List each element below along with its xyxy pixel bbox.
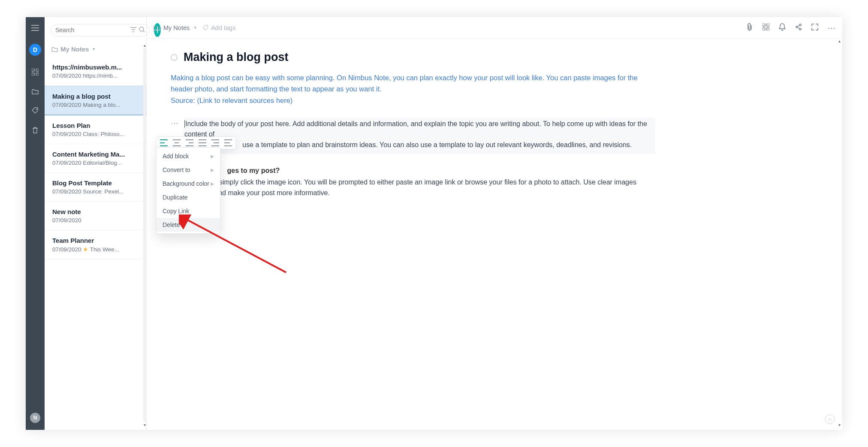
content-scrollbar[interactable]: ▴ ▾ [837, 39, 841, 427]
body-block: ⋯ Include the body of your post here. Ad… [171, 118, 818, 154]
svg-rect-2 [32, 73, 34, 76]
chevron-down-icon: ▼ [193, 25, 197, 30]
apps-icon[interactable] [32, 69, 39, 76]
top-actions: ⋯ [746, 23, 835, 33]
note-title: Blog Post Template [52, 179, 139, 187]
scroll-up-icon[interactable]: ▴ [838, 39, 841, 43]
text-cursor [184, 120, 185, 128]
star-icon: ★ [83, 246, 88, 253]
menu-label: Add block [163, 153, 189, 160]
grid-icon[interactable] [763, 24, 769, 32]
align-right-button[interactable] [186, 139, 193, 146]
menu-convert-to[interactable]: Convert to ▶ [157, 163, 220, 177]
svg-rect-3 [36, 73, 39, 76]
content-area: My Notes ▼ Add tags [147, 17, 842, 430]
svg-rect-7 [763, 24, 765, 26]
tag-icon[interactable] [32, 107, 39, 114]
emoji-picker-icon[interactable]: ☺ [825, 414, 835, 424]
menu-label: Background color [163, 180, 209, 187]
note-title: Lesson Plan [52, 122, 139, 129]
indent-button[interactable] [211, 139, 219, 146]
note-subtitle: 07/09/2020 Class: Philoso... [52, 131, 139, 137]
note-title: Team Planner [52, 237, 139, 244]
scroll-down-icon[interactable]: ▾ [144, 423, 146, 427]
avatar-letter: D [33, 46, 37, 53]
chevron-down-icon: ▼ [92, 47, 96, 51]
note-item[interactable]: Blog Post Template 07/09/2020 Source: Pe… [45, 173, 146, 202]
note-item[interactable]: Team Planner 07/09/2020 ★ This Wee... [45, 230, 146, 260]
svg-point-4 [36, 109, 37, 110]
breadcrumb[interactable]: My Notes ▼ [154, 24, 197, 31]
svg-rect-1 [36, 69, 39, 71]
outdent-button[interactable] [224, 139, 232, 146]
menu-label: Delete [163, 221, 180, 228]
svg-rect-0 [32, 69, 34, 71]
note-subtitle: 07/09/2020 Making a blo... [52, 102, 139, 108]
align-center-button[interactable] [173, 139, 181, 146]
menu-add-block[interactable]: Add block ▶ [157, 149, 220, 163]
block-handle-icon[interactable]: ⋯ [171, 118, 179, 128]
source-line: Source: (Link to relevant sources here) [171, 95, 647, 106]
trash-icon[interactable] [32, 127, 38, 134]
align-justify-button[interactable] [199, 139, 206, 146]
note-item[interactable]: Making a blog post 07/09/2020 Making a b… [45, 86, 146, 115]
menu-label: Copy Link [163, 208, 189, 214]
search-box[interactable] [51, 24, 150, 36]
expand-icon[interactable] [811, 24, 818, 32]
menu-label: Duplicate [163, 194, 187, 201]
answer-paragraph[interactable]: To add images, simply click the image ic… [171, 177, 642, 199]
attachment-icon[interactable] [746, 23, 753, 33]
svg-rect-8 [767, 24, 769, 26]
bottom-avatar-letter: N [33, 415, 37, 421]
block-context-menu: Add block ▶ Convert to ▶ Background colo… [156, 147, 220, 234]
menu-background-color[interactable]: Background color ▶ [157, 177, 220, 190]
folder-label: My Notes [60, 45, 89, 53]
search-input[interactable] [55, 27, 130, 33]
note-item[interactable]: Content Marketing Ma... 07/09/2020 Edito… [45, 144, 146, 173]
note-subtitle: 07/09/2020 Source: Pexel... [52, 188, 139, 195]
folder-icon[interactable] [32, 88, 39, 94]
menu-copy-link[interactable]: Copy Link [157, 204, 220, 218]
bell-icon[interactable] [779, 23, 786, 33]
editor-topbar: My Notes ▼ Add tags [147, 17, 842, 39]
scroll-down-icon[interactable]: ▾ [838, 423, 841, 427]
note-item[interactable]: New note 07/09/2020 [45, 202, 146, 230]
page-title[interactable]: Making a blog post [184, 51, 289, 64]
question-heading[interactable]: How do I add images to my post? [171, 167, 818, 175]
filter-icon[interactable] [130, 27, 136, 33]
scroll-up-icon[interactable]: ▴ [144, 43, 146, 48]
svg-rect-9 [763, 28, 765, 30]
note-subtitle: 07/09/2020 ★ This Wee... [52, 246, 139, 253]
sidebar: My Notes ▼ https://nimbusweb.m... 07/09/… [45, 17, 147, 430]
sidebar-scrollbar[interactable]: ▴ ▾ [143, 43, 146, 427]
align-left-button[interactable] [160, 139, 168, 146]
note-item[interactable]: Lesson Plan 07/09/2020 Class: Philoso... [45, 115, 146, 144]
intro-paragraph[interactable]: Making a blog post can be easy with some… [171, 72, 647, 106]
svg-point-6 [206, 26, 207, 27]
more-icon[interactable]: ⋯ [828, 23, 835, 33]
user-avatar[interactable]: D [29, 44, 41, 56]
intro-text: Making a blog post can be easy with some… [171, 74, 638, 93]
bottom-avatar[interactable]: N [30, 413, 40, 423]
note-title: Content Marketing Ma... [52, 151, 139, 158]
breadcrumb-label: My Notes [163, 24, 190, 31]
notes-list: https://nimbusweb.m... 07/09/2020 https:… [45, 57, 146, 430]
folder-small-icon [154, 25, 160, 30]
note-item[interactable]: https://nimbusweb.m... 07/09/2020 https:… [45, 57, 146, 86]
svg-point-11 [796, 26, 798, 28]
body-paragraph[interactable]: Include the body of your post here. Add … [184, 118, 655, 154]
hamburger-icon[interactable] [31, 25, 39, 31]
note-subtitle: 07/09/2020 [52, 217, 139, 224]
chevron-right-icon: ▶ [211, 167, 214, 173]
title-bullet-icon [171, 54, 178, 61]
share-icon[interactable] [795, 24, 802, 32]
menu-duplicate[interactable]: Duplicate [157, 190, 220, 204]
folder-breadcrumb[interactable]: My Notes ▼ [45, 41, 146, 57]
chevron-right-icon: ▶ [211, 181, 214, 187]
svg-rect-10 [767, 28, 769, 30]
chevron-right-icon: ▶ [211, 154, 214, 159]
menu-delete[interactable]: Delete [157, 218, 220, 232]
note-title: New note [52, 208, 139, 215]
add-tags[interactable]: Add tags [202, 24, 235, 31]
search-icon[interactable] [139, 27, 145, 34]
